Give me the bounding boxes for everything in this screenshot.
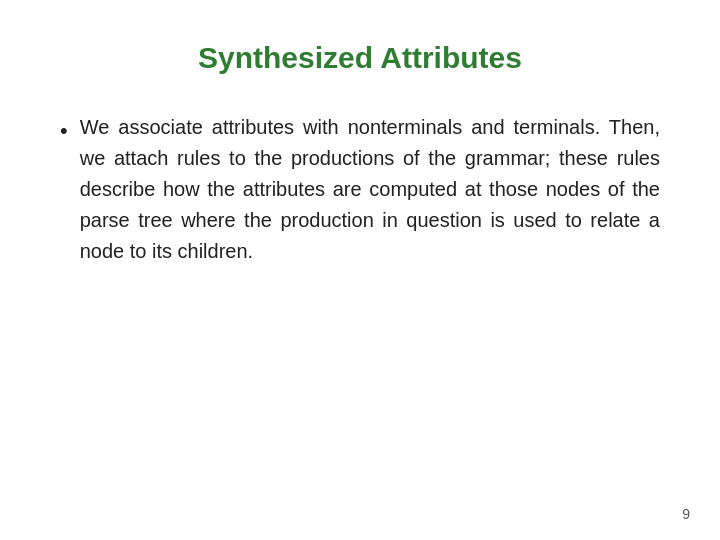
slide-content: • We associate attributes with nontermin… — [60, 112, 660, 500]
slide-title: Synthesized Attributes — [60, 40, 660, 76]
bullet-dot: • — [60, 114, 68, 148]
bullet-text: We associate attributes with nonterminal… — [80, 112, 660, 267]
bullet-item: • We associate attributes with nontermin… — [60, 112, 660, 267]
slide-number: 9 — [682, 506, 690, 522]
slide: Synthesized Attributes • We associate at… — [0, 0, 720, 540]
